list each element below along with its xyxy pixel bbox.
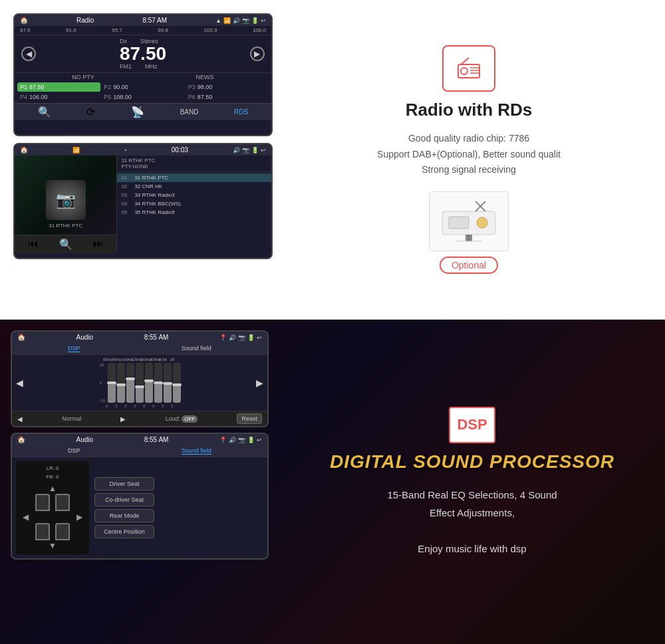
- audio-mode-label: Normal: [62, 415, 81, 422]
- left-arrow[interactable]: ◀: [23, 512, 29, 522]
- search-btn[interactable]: 🔍: [38, 106, 51, 118]
- loud-toggle-off[interactable]: OFF: [182, 415, 198, 423]
- preset-2[interactable]: P2 90.00: [101, 82, 184, 92]
- back-icon[interactable]: ↩: [261, 17, 266, 24]
- dab-status-icons: 🔊 📷 🔋 ↩: [233, 147, 266, 154]
- next-station-button[interactable]: ▶: [250, 47, 265, 61]
- eq-band-60hz[interactable]: [108, 363, 116, 403]
- rds-btn[interactable]: RDS: [234, 108, 248, 116]
- sf-dsp-tab[interactable]: DSP: [68, 447, 80, 455]
- audio-play-prev[interactable]: ◀: [17, 415, 23, 423]
- dsp-icon-box: DSP: [449, 407, 495, 443]
- audio-dsp-status-bar: 🏠 Audio 8:55 AM 📍 🔊 📷 🔋 ↩: [12, 332, 267, 343]
- preset-1[interactable]: P1 87.50: [17, 82, 100, 92]
- sf-seat-diagram: LR: 0 FB: 0 ▲ ▼ ◀ ▶: [16, 461, 89, 554]
- eq-band-200hz[interactable]: [154, 363, 162, 403]
- eq-scale: 10 0 -10: [98, 363, 107, 403]
- audio-play-next[interactable]: ▶: [120, 415, 126, 423]
- dab-back-icon[interactable]: ↩: [261, 147, 266, 154]
- rear-mode-button[interactable]: Rear Mode: [94, 509, 154, 522]
- dab-home-icon[interactable]: 🏠: [20, 146, 28, 154]
- audio-back-icon[interactable]: ↩: [257, 334, 262, 341]
- eq-band-120hz[interactable]: [136, 363, 144, 403]
- dab-next-btn[interactable]: ⏭: [93, 238, 104, 251]
- eq-band-1k[interactable]: [173, 363, 181, 403]
- radio-fm: FM1: [120, 63, 132, 70]
- down-arrow[interactable]: ▼: [49, 541, 57, 550]
- audio-cam-icon: 📷: [238, 334, 245, 341]
- centre-position-button[interactable]: Centre Position: [94, 525, 154, 538]
- eq-band-05k[interactable]: [164, 363, 172, 403]
- sf-loc-icon: 📍: [219, 437, 227, 443]
- radio-presets: P1 87.50 P2 90.00 P3 98.00 P4 106.00 P5: [15, 81, 271, 103]
- up-arrow[interactable]: ▲: [49, 484, 57, 493]
- sf-tabs: DSP Sound field: [12, 445, 267, 457]
- top-section: 🏠 Radio 8:57 AM ▲ 📶 🔊 📷 🔋 ↩ 87.5 91.6 95…: [0, 0, 665, 319]
- eq-left-arrow[interactable]: ◀: [16, 377, 23, 388]
- dab-station-list-panel: 31 RTHK PTC PTY:NONE 01 31 RTHK PTC 02 3…: [117, 156, 271, 253]
- loud-toggle: Loud: OFF: [166, 415, 198, 423]
- sf-sound-field-tab[interactable]: Sound field: [182, 447, 211, 455]
- bottom-section: 🏠 Audio 8:55 AM 📍 🔊 📷 🔋 ↩ DSP Sound fiel…: [0, 320, 665, 644]
- rear-left-seat-icon: [35, 523, 50, 540]
- radio-bottom-bar: 🔍 ⟳ 📡 BAND RDS: [15, 103, 271, 120]
- battery-icon: 🔋: [251, 17, 259, 24]
- eq-band-80hz[interactable]: [117, 363, 125, 403]
- dab-screen-icon: 📷: [242, 147, 249, 154]
- antenna-svg: [436, 198, 502, 245]
- audio-dsp-screen: 🏠 Audio 8:55 AM 📍 🔊 📷 🔋 ↩ DSP Sound fiel…: [11, 330, 269, 427]
- repeat-btn[interactable]: ⟳: [86, 106, 95, 118]
- codriver-seat-button[interactable]: Co-driver Seat: [94, 493, 154, 506]
- reset-button[interactable]: Reset: [237, 413, 262, 424]
- sound-field-tab[interactable]: Sound field: [182, 345, 211, 352]
- seat-layout: ▲ ▼ ◀ ▶: [23, 484, 82, 550]
- sf-home-icon[interactable]: 🏠: [17, 436, 25, 443]
- dab-station-34[interactable]: 04 34 RTHK BBC(WS): [117, 199, 271, 208]
- radio-home-icon[interactable]: 🏠: [20, 17, 28, 24]
- left-screenshots: 🏠 Radio 8:57 AM ▲ 📶 🔊 📷 🔋 ↩ 87.5 91.6 95…: [13, 13, 273, 306]
- dab-station-35[interactable]: 05 35 RTHK Radio5: [117, 208, 271, 217]
- eq-right-arrow[interactable]: ▶: [256, 377, 263, 388]
- preset-5[interactable]: P5 108.00: [101, 92, 184, 102]
- radio-desc-line3: Strong signal receiving: [377, 162, 561, 178]
- sf-back-icon[interactable]: ↩: [257, 437, 262, 443]
- radio-main-display: ◀ Dx Stereo 87.50 FM1 MHz ▶: [15, 35, 271, 72]
- dsp-info-panel: DSP DIGITAL SOUND PROCESSOR 15-Band Real…: [279, 320, 665, 644]
- optional-badge: Optional: [440, 257, 498, 274]
- right-arrow[interactable]: ▶: [76, 512, 82, 522]
- audio-controls-bar: ◀ Normal ▶ Loud: OFF Reset: [12, 411, 267, 426]
- radio-description: Good quality radio chip: 7786 Support DA…: [377, 131, 561, 178]
- radio-time: 8:57 AM: [142, 17, 167, 24]
- radio-pty-news: NO PTY NEWS: [15, 72, 271, 81]
- rear-right-seat-icon: [55, 523, 70, 540]
- prev-station-button[interactable]: ◀: [21, 47, 36, 61]
- preset-4[interactable]: P4 106.00: [17, 92, 100, 102]
- dab-screen: 🏠 📶 • 00:03 🔊 📷 🔋 ↩ 📷 31 RTHK PTC: [13, 143, 273, 259]
- preset-3[interactable]: P3 98.00: [186, 82, 269, 92]
- dab-station-name: 31 RTHK PTC: [49, 223, 82, 229]
- sf-app-name: Audio: [76, 436, 94, 443]
- dab-station-33[interactable]: 03 33 RTHK Radio3: [117, 191, 271, 199]
- antenna-btn[interactable]: 📡: [131, 106, 144, 118]
- dab-artwork-wrap: 📷 31 RTHK PTC: [46, 180, 86, 229]
- dab-station-32[interactable]: 02 32 CNR HK: [117, 182, 271, 191]
- band-btn[interactable]: BAND: [180, 108, 199, 116]
- eq-band-100hz[interactable]: [126, 363, 134, 403]
- dab-prev-btn[interactable]: ⏮: [28, 238, 39, 251]
- dab-station-31[interactable]: 01 31 RTHK PTC: [117, 173, 271, 182]
- eq-band-160hz[interactable]: [145, 363, 153, 403]
- radio-freq-bar: 87.5 91.6 95.7 99.8 103.9 108.0: [15, 26, 271, 35]
- driver-seat-button[interactable]: Driver Seat: [94, 477, 154, 490]
- dab-main: 📷 31 RTHK PTC ⏮ 🔍 ⏭ 31 RTHK PTC PTY:NONE: [15, 156, 271, 253]
- svg-rect-9: [449, 217, 469, 229]
- wifi-icon: ▲: [215, 17, 221, 24]
- preset-6[interactable]: P6 87.50: [186, 92, 269, 102]
- audio-loc-icon: 📍: [219, 334, 227, 341]
- dsp-tab[interactable]: DSP: [68, 345, 80, 352]
- svg-point-1: [461, 68, 467, 74]
- dab-search-btn[interactable]: 🔍: [59, 238, 72, 251]
- radio-mhz: MHz: [145, 63, 158, 70]
- audio-home-icon[interactable]: 🏠: [17, 334, 25, 341]
- rear-seats: [35, 523, 70, 540]
- radio-svg-icon: [456, 56, 482, 80]
